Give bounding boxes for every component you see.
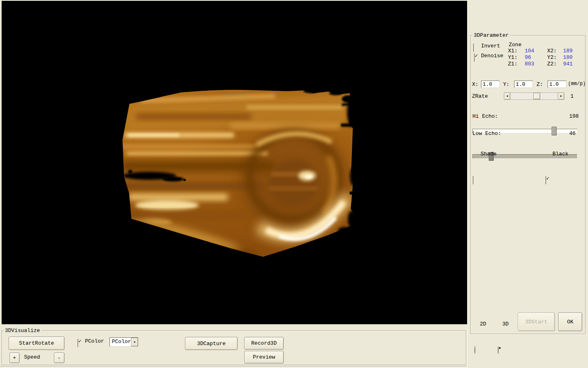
render-viewport[interactable] — [2, 1, 467, 324]
pcolor-label: PColor — [85, 339, 104, 344]
check-icon: ✓ — [78, 339, 82, 344]
zone-y1-value: 96 — [525, 55, 531, 61]
speed-plus-button[interactable]: + — [9, 352, 20, 363]
mode-3d-label: 3D — [502, 321, 509, 327]
hi-echo-label: Hi Echo: — [472, 114, 498, 119]
mode-2d-label: 2D — [480, 321, 486, 327]
hi-echo-thumb[interactable] — [552, 127, 557, 135]
mode-2d-radio[interactable] — [474, 346, 475, 354]
zone-z2-label: Z2: — [547, 61, 557, 67]
record3d-button[interactable]: Record3D — [244, 337, 284, 350]
x-scale-input[interactable] — [481, 81, 500, 88]
zone-y2-value: 180 — [563, 55, 572, 61]
zone-x2-label: X2: — [547, 48, 557, 54]
shade-label: Shade — [481, 151, 497, 157]
parameter-groupbox: 3DParameter ✓ Invert ✓ Denoise Zone X1: … — [470, 35, 586, 334]
low-echo-value: 46 — [569, 131, 576, 137]
parameter-group-title: 3DParameter — [472, 32, 510, 38]
denoise-label: Denoise — [481, 53, 503, 59]
check-icon: ✓ — [474, 53, 478, 58]
start-rotate-button[interactable]: StartRotate — [9, 337, 65, 350]
zone-label: Zone — [509, 42, 521, 48]
zone-z1-label: Z1: — [508, 61, 517, 67]
scale-unit-label: (mm/p) — [568, 81, 586, 87]
ok-button[interactable]: OK — [558, 312, 582, 331]
z-scale-input[interactable] — [548, 81, 566, 88]
zone-y2-label: Y2: — [547, 55, 557, 61]
zone-x2-value: 189 — [563, 48, 572, 54]
zone-z2-value: 941 — [563, 61, 572, 67]
low-echo-label: Low Echo: — [472, 131, 501, 137]
mode-3d-radio[interactable] — [498, 346, 499, 354]
shade-checkbox[interactable]: ✓ — [473, 176, 474, 184]
speed-label: Speed — [24, 355, 40, 360]
check-icon: ✓ — [546, 176, 550, 181]
zrate-scrollbar[interactable]: ◄ ► — [504, 92, 564, 100]
pcolor-dropdown-value: PColor — [110, 338, 131, 346]
pcolor-checkbox[interactable]: ✓ — [78, 339, 78, 347]
x-scale-label: X: — [472, 82, 479, 88]
zrate-value: 1 — [570, 94, 574, 99]
y-scale-label: Y: — [503, 82, 510, 88]
invert-checkbox[interactable]: ✓ — [473, 44, 474, 52]
preview-button[interactable]: Preview — [244, 351, 284, 364]
3dcapture-button[interactable]: 3DCapture — [185, 337, 238, 350]
window-bottom-edge — [0, 366, 467, 368]
z-scale-label: Z: — [537, 82, 543, 88]
speed-minus-button[interactable]: - — [54, 352, 65, 363]
zone-x1-value: 104 — [525, 48, 534, 54]
zrate-left-arrow-icon[interactable]: ◄ — [504, 92, 510, 100]
zone-y1-label: Y1: — [508, 55, 517, 61]
hi-echo-value: 198 — [569, 114, 579, 119]
zone-x1-label: X1: — [508, 48, 517, 54]
zone-z1-value: 803 — [525, 61, 534, 67]
black-checkbox[interactable]: ✓ — [546, 176, 546, 184]
zrate-right-arrow-icon[interactable]: ► — [558, 92, 564, 100]
pcolor-dropdown[interactable]: PColor ▼ — [109, 337, 138, 347]
dropdown-arrow-icon[interactable]: ▼ — [131, 338, 138, 346]
visualize-group-title: 3DVisualize — [4, 328, 41, 334]
black-label: Black — [552, 151, 568, 157]
ultrasound-volume-render — [2, 1, 467, 324]
zrate-track[interactable] — [510, 92, 558, 100]
zrate-label: ZRate — [472, 94, 488, 99]
visualize-groupbox: 3DVisualize StartRotate + Speed - ✓ PCol… — [2, 330, 466, 365]
y-scale-input[interactable] — [514, 81, 533, 88]
invert-label: Invert — [481, 43, 500, 49]
3dstart-button[interactable]: 3DStart — [518, 312, 555, 331]
app-window: 3DParameter ✓ Invert ✓ Denoise Zone X1: … — [0, 0, 588, 368]
zrate-thumb[interactable] — [533, 93, 540, 99]
denoise-checkbox[interactable]: ✓ — [474, 54, 475, 62]
